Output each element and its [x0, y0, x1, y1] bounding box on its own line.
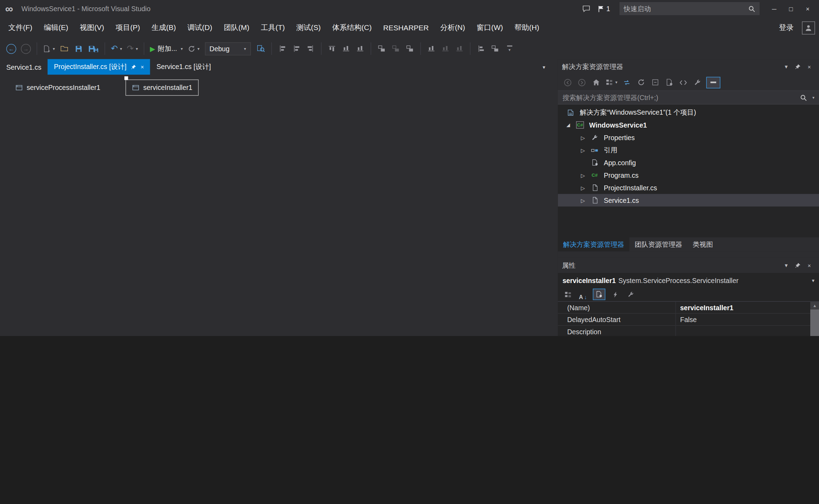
- increase-horizontal-spacing-button[interactable]: [439, 42, 452, 55]
- tree-node-references[interactable]: ▷ 引用: [558, 144, 819, 156]
- menu-window[interactable]: 窗口(W): [471, 21, 509, 35]
- menu-file[interactable]: 文件(F): [3, 21, 38, 35]
- align-rights-button[interactable]: [304, 42, 317, 55]
- notifications-flag[interactable]: 1: [594, 5, 613, 13]
- minimize-button[interactable]: ─: [766, 2, 783, 16]
- object-selector-dropdown[interactable]: serviceInstaller1 System.ServiceProcess.…: [558, 273, 819, 288]
- align-tops-button[interactable]: [326, 42, 338, 55]
- property-pages-button[interactable]: [625, 289, 636, 300]
- menu-resharper[interactable]: RESHARPER: [377, 21, 435, 35]
- quick-launch-box[interactable]: [620, 2, 760, 15]
- quick-launch-input[interactable]: [624, 5, 748, 13]
- feedback-icon[interactable]: [579, 2, 594, 15]
- property-row-description[interactable]: Description: [558, 326, 819, 336]
- menu-tools[interactable]: 工具(T): [255, 21, 291, 35]
- show-all-files-button[interactable]: [664, 77, 674, 88]
- equal-vertical-spacing-button[interactable]: [475, 42, 487, 55]
- pin-icon[interactable]: [792, 61, 804, 72]
- view-code-button[interactable]: [678, 77, 689, 88]
- scroll-up-icon[interactable]: ▲: [810, 302, 819, 310]
- collapsed-arrow-icon[interactable]: ▷: [579, 185, 587, 191]
- make-same-width-button[interactable]: [375, 42, 388, 55]
- home-icon[interactable]: [591, 77, 601, 88]
- debug-target-dropdown[interactable]: Debug ▾: [205, 42, 251, 55]
- categorized-button[interactable]: [562, 289, 573, 300]
- pane-splitter[interactable]: [558, 252, 819, 258]
- component-serviceinstaller1[interactable]: serviceInstaller1: [125, 79, 199, 96]
- tab-list-dropdown-icon[interactable]: ▾: [543, 64, 545, 70]
- hot-reload-button[interactable]: ▾: [186, 42, 201, 55]
- tab-team-explorer[interactable]: 团队资源管理器: [629, 237, 688, 252]
- toolbar-overflow-button[interactable]: ▾: [507, 45, 512, 52]
- tab-class-view[interactable]: 类视图: [688, 237, 719, 252]
- maximize-button[interactable]: □: [783, 2, 799, 16]
- property-value[interactable]: False: [676, 314, 819, 325]
- menu-help[interactable]: 帮助(H): [509, 21, 545, 35]
- menu-view[interactable]: 视图(V): [74, 21, 110, 35]
- refresh-button[interactable]: [636, 77, 646, 88]
- menu-team[interactable]: 团队(M): [218, 21, 255, 35]
- designer-surface[interactable]: serviceProcessInstaller1 serviceInstalle…: [0, 75, 553, 336]
- find-in-files-button[interactable]: [254, 42, 267, 55]
- switch-views-button[interactable]: ▾: [605, 77, 618, 88]
- new-file-button[interactable]: ▾: [41, 42, 57, 55]
- menu-project[interactable]: 项目(P): [110, 21, 146, 35]
- make-same-size-button[interactable]: [404, 42, 416, 55]
- collapsed-arrow-icon[interactable]: ▷: [579, 172, 587, 178]
- align-to-grid-button[interactable]: [489, 42, 501, 55]
- save-all-button[interactable]: [86, 42, 101, 55]
- solution-explorer-header[interactable]: 解决方案资源管理器 ▾ ×: [558, 59, 819, 75]
- back-button[interactable]: [562, 77, 573, 88]
- property-grid-scrollbar[interactable]: ▲ ▼: [810, 302, 819, 336]
- vertical-splitter[interactable]: [553, 59, 558, 336]
- collapse-all-button[interactable]: [650, 77, 660, 88]
- align-lefts-button[interactable]: [276, 42, 289, 55]
- menu-build[interactable]: 生成(B): [146, 21, 182, 35]
- property-value[interactable]: serviceInstaller1: [676, 302, 819, 313]
- close-icon[interactable]: ×: [804, 61, 815, 72]
- decrease-horizontal-spacing-button[interactable]: [453, 42, 466, 55]
- property-value[interactable]: [676, 326, 819, 336]
- make-same-height-button[interactable]: [389, 42, 402, 55]
- tree-node-project[interactable]: ◢ C# WindowsService1: [558, 119, 819, 131]
- equal-horizontal-spacing-button[interactable]: [425, 42, 437, 55]
- property-row-delayedautostart[interactable]: DelayedAutoStart False: [558, 314, 819, 326]
- menu-test[interactable]: 测试(S): [291, 21, 327, 35]
- menu-analyze[interactable]: 分析(N): [435, 21, 471, 35]
- scrollbar-thumb[interactable]: [810, 310, 819, 336]
- solution-search-box[interactable]: ▾: [558, 91, 819, 105]
- properties-header[interactable]: 属性 ▾ ×: [558, 258, 819, 273]
- menu-architecture[interactable]: 体系结构(C): [327, 21, 377, 35]
- tree-node-properties[interactable]: ▷ Properties: [558, 131, 819, 144]
- pin-icon[interactable]: [131, 64, 137, 70]
- events-button[interactable]: [610, 289, 621, 300]
- search-options-icon[interactable]: ▾: [812, 95, 814, 100]
- align-middles-button[interactable]: [340, 42, 352, 55]
- alphabetical-button[interactable]: A↓: [578, 289, 588, 300]
- close-tab-icon[interactable]: ×: [140, 64, 144, 70]
- sign-in-link[interactable]: 登录: [771, 23, 802, 32]
- collapsed-arrow-icon[interactable]: ▷: [579, 197, 587, 203]
- expanded-arrow-icon[interactable]: ◢: [564, 122, 573, 128]
- properties-view-toggle[interactable]: [593, 289, 605, 300]
- navigate-back-button[interactable]: ←: [5, 42, 18, 55]
- window-position-icon[interactable]: ▾: [781, 61, 792, 72]
- tab-solution-explorer[interactable]: 解决方案资源管理器: [558, 237, 630, 252]
- tree-node-service1cs-selected[interactable]: ▷ Service1.cs: [558, 194, 819, 207]
- redo-button[interactable]: ↷▾: [125, 42, 139, 55]
- sync-with-active-document-button[interactable]: [622, 77, 632, 88]
- collapsed-arrow-icon[interactable]: ▷: [579, 147, 587, 153]
- properties-button[interactable]: [692, 77, 703, 88]
- tab-projectinstaller-designer[interactable]: ProjectInstaller.cs [设计] ×: [48, 59, 150, 75]
- pin-icon[interactable]: [792, 260, 804, 270]
- tab-service1-designer[interactable]: Service1.cs [设计]: [150, 59, 217, 75]
- selection-handle[interactable]: [124, 76, 128, 80]
- save-button[interactable]: [72, 42, 85, 55]
- tab-service1-cs[interactable]: Service1.cs: [0, 59, 48, 75]
- forward-button[interactable]: [577, 77, 587, 88]
- collapsed-arrow-icon[interactable]: ▷: [579, 135, 587, 140]
- undo-button[interactable]: ↶▾: [109, 42, 124, 55]
- user-avatar-icon[interactable]: [802, 21, 815, 35]
- close-button[interactable]: ×: [799, 2, 816, 16]
- close-icon[interactable]: ×: [804, 260, 815, 270]
